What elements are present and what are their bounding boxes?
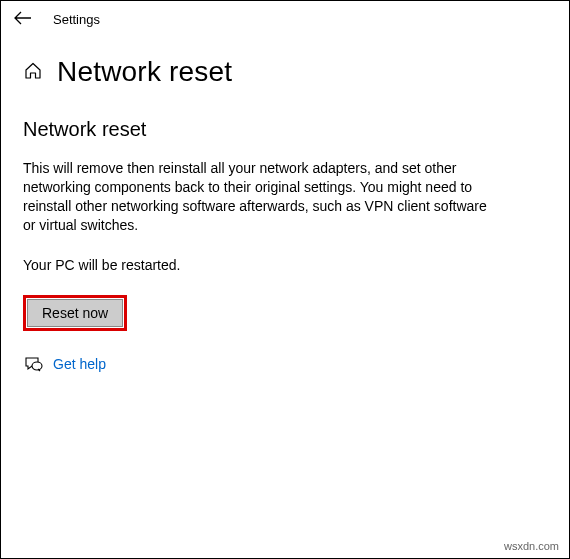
back-arrow-icon[interactable] [13,9,33,30]
watermark-text: wsxdn.com [504,540,559,552]
title-row: Network reset [1,38,569,96]
help-row: Get help [23,355,547,373]
restart-note: Your PC will be restarted. [23,257,547,273]
reset-button-highlight: Reset now [23,295,127,331]
section-heading: Network reset [23,118,547,141]
content-area: Network reset This will remove then rein… [1,96,569,373]
app-title: Settings [53,12,100,27]
page-title: Network reset [57,56,232,88]
chat-help-icon [23,355,41,373]
home-icon[interactable] [23,61,43,84]
get-help-link[interactable]: Get help [53,356,106,372]
header-bar: Settings [1,1,569,38]
reset-now-button[interactable]: Reset now [27,299,123,327]
svg-point-0 [32,362,42,370]
description-text: This will remove then reinstall all your… [23,159,493,235]
